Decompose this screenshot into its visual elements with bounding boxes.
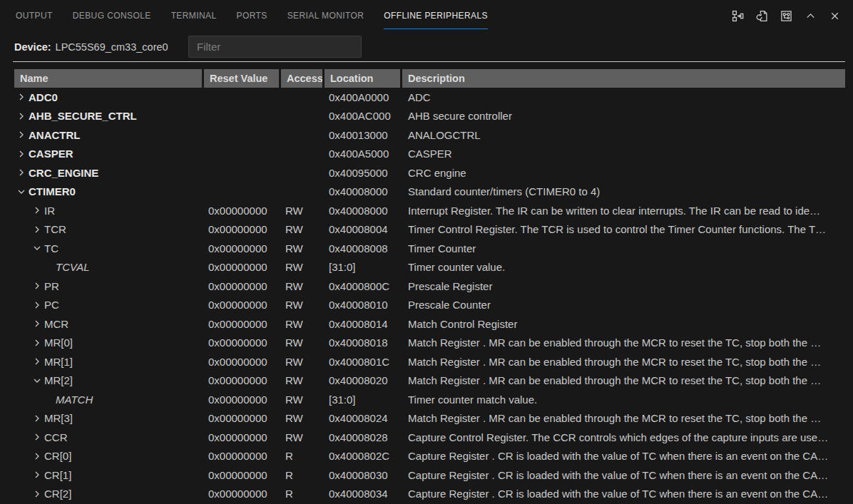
column-header-location: Location: [325, 69, 400, 88]
access-value: R: [281, 488, 322, 500]
row-name-cell: MR[0]: [14, 336, 202, 349]
chevron-right-icon[interactable]: [31, 451, 43, 462]
register-name: ANACTRL: [29, 129, 81, 141]
chevron-right-icon[interactable]: [16, 129, 27, 140]
tab-serial-monitor[interactable]: SERIAL MONITOR: [287, 2, 364, 29]
table-row[interactable]: CR[0]0x00000000R0x4000802CCapture Regist…: [14, 447, 845, 466]
reset-value: 0x00000000: [204, 261, 279, 273]
reset-value: 0x00000000: [204, 394, 279, 406]
table-row[interactable]: MR[3]0x00000000RW0x40008024Match Registe…: [14, 409, 845, 428]
table-row[interactable]: TCVAL0x00000000RW[31:0]Timer counter val…: [14, 258, 845, 277]
tab-label: PORTS: [237, 11, 267, 21]
table-row[interactable]: IR0x00000000RW0x40008000Interrupt Regist…: [14, 201, 845, 220]
export-icon[interactable]: [731, 10, 744, 23]
row-name-cell: CRC_ENGINE: [14, 167, 202, 179]
chevron-right-icon[interactable]: [31, 337, 43, 349]
access-value: RW: [281, 223, 322, 235]
tab-offline-peripherals[interactable]: OFFLINE PERIPHERALS: [384, 2, 488, 29]
chevron-right-icon[interactable]: [31, 431, 43, 443]
location-value: 0x40008000: [325, 185, 400, 197]
table-row[interactable]: ANACTRL0x40013000ANALOGCTRL: [14, 125, 845, 145]
refresh-page-icon[interactable]: [755, 10, 768, 23]
table-row[interactable]: CASPER0x400A5000CASPER: [14, 145, 845, 164]
chevron-right-icon[interactable]: [31, 356, 43, 367]
chevron-right-icon[interactable]: [16, 148, 27, 160]
table-row[interactable]: ADC00x400A0000ADC: [14, 88, 845, 107]
access-value: RW: [281, 318, 322, 330]
chevron-right-icon[interactable]: [16, 110, 27, 122]
chevron-right-icon[interactable]: [16, 167, 27, 178]
description-value: Match Register . MR can be enabled throu…: [402, 336, 845, 349]
reset-value: 0x00000000: [204, 242, 279, 254]
panel-divider: [13, 61, 845, 62]
location-value: 0x40008008: [325, 242, 400, 254]
tab-terminal[interactable]: TERMINAL: [171, 2, 217, 29]
chevron-right-icon[interactable]: [31, 280, 43, 292]
table-row[interactable]: PR0x00000000RW0x4000800CPrescale Registe…: [14, 277, 845, 296]
description-value: CASPER: [402, 148, 845, 160]
panel-tab-bar: OUTPUTDEBUG CONSOLETERMINALPORTSSERIAL M…: [0, 0, 853, 32]
chevron-right-icon[interactable]: [31, 224, 43, 235]
description-value: Prescale Counter: [402, 299, 845, 311]
reset-value: 0x00000000: [204, 431, 279, 443]
table-row[interactable]: TC0x00000000RW0x40008008Timer Counter: [14, 239, 845, 258]
location-value: 0x40008010: [325, 299, 400, 311]
device-bar: Device: LPC55S69_cm33_core0: [0, 32, 853, 61]
column-header-access: Access: [281, 69, 322, 88]
location-value: 0x4000800C: [325, 280, 400, 292]
table-row[interactable]: MCR0x00000000RW0x40008014Match Control R…: [14, 314, 845, 334]
filter-input[interactable]: [188, 36, 362, 58]
location-value: 0x40008028: [325, 431, 400, 443]
chevron-right-icon[interactable]: [16, 91, 27, 103]
table-row[interactable]: MR[2]0x00000000RW0x40008020Match Registe…: [14, 371, 845, 391]
row-name-cell: TC: [14, 242, 202, 254]
table-row[interactable]: CR[1]0x00000000R0x40008030Capture Regist…: [14, 466, 845, 485]
table-row[interactable]: TCR0x00000000RW0x40008004Timer Control R…: [14, 220, 845, 240]
table-row[interactable]: PC0x00000000RW0x40008010Prescale Counter: [14, 296, 845, 315]
table-row[interactable]: AHB_SECURE_CTRL0x400AC000AHB secure cont…: [14, 107, 845, 126]
chevron-right-icon[interactable]: [31, 469, 43, 480]
access-value: R: [281, 469, 322, 481]
location-value: 0x40008030: [325, 469, 400, 481]
device-name: LPC55S69_cm33_core0: [56, 41, 168, 53]
close-icon[interactable]: [828, 10, 841, 23]
table-row[interactable]: CTIMER00x40008000Standard counter/timers…: [14, 182, 845, 202]
table-row[interactable]: CRC_ENGINE0x40095000CRC engine: [14, 163, 845, 182]
table-row[interactable]: MR[1]0x00000000RW0x4000801CMatch Registe…: [14, 352, 845, 371]
register-name: CR[2]: [44, 488, 71, 500]
register-name: MR[0]: [44, 336, 73, 349]
register-name: ADC0: [29, 91, 58, 103]
peripheral-map-icon[interactable]: [780, 10, 792, 23]
chevron-right-icon[interactable]: [31, 318, 43, 329]
tab-debug-console[interactable]: DEBUG CONSOLE: [73, 2, 151, 29]
row-name-cell: CTIMER0: [14, 185, 202, 197]
access-value: RW: [281, 261, 322, 273]
chevron-down-icon[interactable]: [31, 242, 43, 254]
table-row[interactable]: CCR0x00000000RW0x40008028Capture Control…: [14, 428, 845, 447]
table-row[interactable]: CR[2]0x00000000R0x40008034Capture Regist…: [14, 485, 845, 504]
description-value: Timer Counter: [402, 242, 845, 254]
register-name: AHB_SECURE_CTRL: [29, 110, 137, 122]
row-name-cell: CR[0]: [14, 450, 202, 462]
chevron-down-icon[interactable]: [16, 186, 27, 197]
register-name: MR[1]: [44, 356, 73, 368]
chevron-right-icon[interactable]: [31, 205, 43, 216]
row-name-cell: CCR: [14, 431, 202, 443]
location-value: 0x400AC000: [325, 110, 400, 122]
tab-ports[interactable]: PORTS: [237, 2, 267, 29]
panel-tabs: OUTPUTDEBUG CONSOLETERMINALPORTSSERIAL M…: [16, 0, 488, 32]
location-value: 0x40008014: [325, 318, 400, 330]
chevron-down-icon[interactable]: [31, 375, 43, 386]
chevron-right-icon[interactable]: [31, 299, 43, 311]
reset-value: 0x00000000: [204, 318, 279, 330]
table-row[interactable]: MATCH0x00000000RW[31:0]Timer counter mat…: [14, 390, 845, 409]
description-value: Interrupt Register. The IR can be writte…: [402, 205, 845, 217]
register-name: TCR: [44, 223, 66, 235]
chevron-up-icon[interactable]: [804, 10, 817, 23]
table-row[interactable]: MR[0]0x00000000RW0x40008018Match Registe…: [14, 334, 845, 353]
tab-output[interactable]: OUTPUT: [16, 2, 53, 29]
chevron-right-icon[interactable]: [31, 413, 43, 424]
tab-label: TERMINAL: [171, 11, 217, 21]
chevron-right-icon[interactable]: [31, 488, 43, 500]
table-body: ADC00x400A0000ADCAHB_SECURE_CTRL0x400AC0…: [14, 88, 845, 503]
